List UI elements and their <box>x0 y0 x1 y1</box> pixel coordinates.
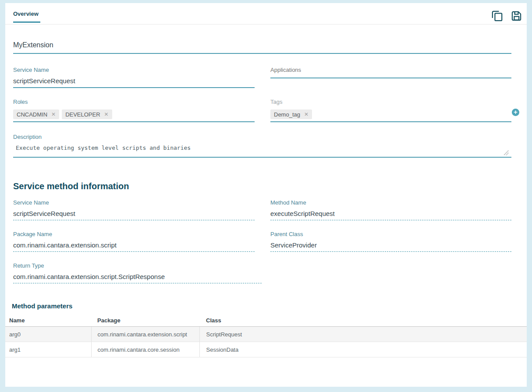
remove-chip-icon[interactable]: ✕ <box>104 111 109 117</box>
row-roles-tags: Roles CNCADMIN ✕ DEVELOPER ✕ Tags De <box>13 98 511 122</box>
service-name-input[interactable]: scriptServiceRequest <box>13 76 255 88</box>
column-header-name: Name <box>5 317 91 327</box>
role-chip[interactable]: DEVELOPER ✕ <box>62 109 112 119</box>
row-package-parentclass: Package Name com.rinami.cantara.extensio… <box>13 230 511 252</box>
remove-chip-icon[interactable]: ✕ <box>51 111 56 117</box>
column-header-class: Class <box>199 317 527 327</box>
table-row[interactable]: arg1 com.rinami.cantara.core.session Ses… <box>5 342 527 357</box>
description-field: Description Execute operating system lev… <box>13 133 511 158</box>
method-parameters-section: Method parameters Name Package Class arg… <box>5 302 527 357</box>
method-parameters-heading: Method parameters <box>12 302 527 311</box>
service-name-field: Service Name scriptServiceRequest <box>13 66 255 88</box>
column-header-package: Package <box>91 317 199 327</box>
method-service-name-label: Service Name <box>13 199 255 207</box>
main-card: Overview MyExtension Service Name script… <box>5 3 527 387</box>
package-name-value: com.rinami.cantara.extension.script <box>13 240 255 252</box>
param-class-cell: ScriptRequest <box>199 327 527 342</box>
service-name-label: Service Name <box>13 66 255 74</box>
role-chip-label: CNCADMIN <box>17 111 47 118</box>
parent-class-value: ServiceProvider <box>270 240 511 252</box>
row-service-applications: Service Name scriptServiceRequest Applic… <box>13 66 511 88</box>
save-icon[interactable] <box>511 10 522 22</box>
method-service-name-field: Service Name scriptServiceRequest <box>13 199 255 220</box>
extension-name-input[interactable]: MyExtension <box>13 40 511 54</box>
copy-icon[interactable] <box>491 10 503 22</box>
add-tag-icon[interactable]: + <box>512 109 519 116</box>
remove-chip-icon[interactable]: ✕ <box>304 111 309 117</box>
toolbar-icons <box>491 10 522 22</box>
tags-field: Tags Demo_tag ✕ + <box>270 98 511 122</box>
tab-bar: Overview <box>5 3 527 25</box>
tab-overview[interactable]: Overview <box>13 3 40 23</box>
row-servicename-methodname: Service Name scriptServiceRequest Method… <box>13 199 511 220</box>
package-name-label: Package Name <box>13 230 255 238</box>
method-name-field: Method Name executeScriptRequest <box>270 199 511 220</box>
role-chip[interactable]: CNCADMIN ✕ <box>13 109 59 119</box>
applications-input[interactable] <box>270 76 511 78</box>
table-header-row: Name Package Class <box>5 317 527 327</box>
method-name-value: executeScriptRequest <box>270 209 511 220</box>
parameters-table: Name Package Class arg0 com.rinami.canta… <box>5 317 527 357</box>
param-name-cell: arg0 <box>5 327 91 342</box>
parent-class-field: Parent Class ServiceProvider <box>270 230 511 252</box>
tags-label: Tags <box>270 98 511 106</box>
roles-chip-list[interactable]: CNCADMIN ✕ DEVELOPER ✕ <box>13 109 255 122</box>
description-label: Description <box>13 133 511 141</box>
tag-chip[interactable]: Demo_tag ✕ <box>270 109 312 119</box>
tags-chip-list[interactable]: Demo_tag ✕ <box>270 109 511 122</box>
service-method-heading: Service method information <box>13 180 511 192</box>
description-textarea[interactable]: Execute operating system level scripts a… <box>13 144 511 158</box>
method-name-label: Method Name <box>270 199 511 207</box>
tag-chip-label: Demo_tag <box>274 111 300 118</box>
role-chip-label: DEVELOPER <box>65 111 100 118</box>
param-class-cell: SessionData <box>199 342 527 357</box>
applications-field: Applications <box>270 66 511 88</box>
table-row[interactable]: arg0 com.rinami.cantara.extension.script… <box>5 327 527 342</box>
param-package-cell: com.rinami.cantara.core.session <box>91 342 199 357</box>
parent-class-label: Parent Class <box>270 230 511 238</box>
description-value: Execute operating system level scripts a… <box>16 145 191 151</box>
package-name-field: Package Name com.rinami.cantara.extensio… <box>13 230 255 252</box>
roles-field: Roles CNCADMIN ✕ DEVELOPER ✕ <box>13 98 255 122</box>
resize-handle-icon[interactable] <box>504 150 509 155</box>
return-type-value: com.rinami.cantara.extension.script.Scri… <box>13 272 262 283</box>
method-service-name-value: scriptServiceRequest <box>13 209 255 220</box>
return-type-field: Return Type com.rinami.cantara.extension… <box>13 262 262 283</box>
form-content: MyExtension Service Name scriptServiceRe… <box>5 40 527 283</box>
param-package-cell: com.rinami.cantara.extension.script <box>91 327 199 342</box>
applications-label: Applications <box>270 66 511 74</box>
roles-label: Roles <box>13 98 255 106</box>
return-type-label: Return Type <box>13 262 262 270</box>
param-name-cell: arg1 <box>5 342 91 357</box>
